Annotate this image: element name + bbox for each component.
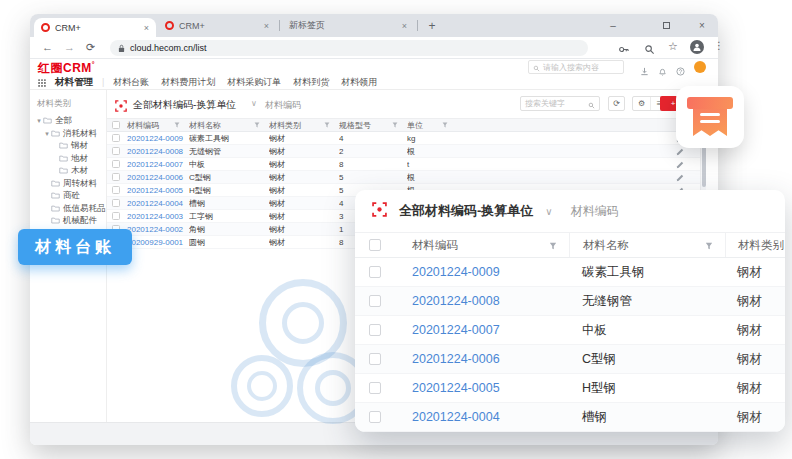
preview-table-row[interactable]: 20201224-0007中板钢材 (355, 316, 785, 345)
row-checkbox-cell (107, 212, 127, 220)
tree-node[interactable]: 商砼 (30, 190, 106, 203)
row-checkbox[interactable] (112, 147, 120, 155)
row-checkbox[interactable] (112, 199, 120, 207)
chevron-down-icon[interactable]: ∨ (545, 206, 552, 217)
tree-node[interactable]: 木材 (30, 165, 106, 178)
zoom-icon[interactable] (644, 41, 655, 59)
tab-close-icon[interactable]: × (264, 21, 269, 31)
preview-row-checkbox[interactable] (369, 411, 381, 423)
table-row[interactable]: 20201224-0007中板钢材8t (107, 158, 700, 171)
row-checkbox[interactable] (112, 160, 120, 168)
header-checkbox-cell (107, 121, 127, 129)
material-code-link[interactable]: 20201224-0007 (127, 160, 183, 169)
funnel-icon[interactable] (549, 236, 557, 254)
preview-table-row[interactable]: 20201224-0008无缝钢管钢材 (355, 287, 785, 316)
preview-row-checkbox[interactable] (369, 266, 381, 278)
funnel-icon[interactable] (324, 121, 330, 130)
preview-view-name[interactable]: 材料编码 (571, 203, 619, 220)
tab-close-icon[interactable]: × (402, 21, 407, 31)
select-all-checkbox[interactable] (112, 121, 120, 129)
list-search-input[interactable]: 搜索关键字 (520, 96, 600, 111)
material-code-link[interactable]: 20201224-0008 (412, 294, 500, 308)
material-code-link[interactable]: 20201224-0005 (412, 381, 500, 395)
tab-close-icon[interactable]: × (144, 23, 149, 33)
preview-row-checkbox[interactable] (369, 382, 381, 394)
table-row[interactable]: 20201224-0009碳素工具钢钢材4kg (107, 132, 700, 145)
preview-table-row[interactable]: 20201224-0005H型钢钢材 (355, 374, 785, 403)
row-checkbox[interactable] (112, 173, 120, 181)
preview-row-checkbox[interactable] (369, 295, 381, 307)
funnel-icon[interactable] (392, 121, 398, 130)
tree-node[interactable]: 地材 (30, 153, 106, 166)
refresh-button[interactable]: ⟳ (608, 96, 625, 111)
material-code-link[interactable]: 20201224-0006 (412, 352, 500, 366)
preview-table-row[interactable]: 20201224-0004槽钢钢材 (355, 403, 785, 432)
global-search-input[interactable]: 请输入搜索内容 (528, 60, 624, 74)
tree-node[interactable]: 周转材料 (30, 178, 106, 191)
window-maximize-button[interactable] (658, 17, 674, 33)
table-row[interactable]: 20201224-0006C型钢钢材5根 (107, 171, 700, 184)
view-name[interactable]: 材料编码 (265, 99, 301, 112)
key-icon[interactable] (618, 41, 629, 59)
funnel-icon[interactable] (254, 121, 260, 130)
tree-node[interactable]: ▾全部 (30, 115, 106, 128)
search-icon (588, 95, 595, 113)
tree-node[interactable]: ▾消耗材料 (30, 128, 106, 141)
profile-icon[interactable] (690, 40, 704, 54)
row-checkbox[interactable] (112, 134, 120, 142)
column-header-label: 材料类别 (269, 120, 301, 131)
grid-icon[interactable] (38, 73, 46, 91)
preview-select-all-checkbox[interactable] (369, 239, 381, 251)
tree-node[interactable]: 钢材 (30, 140, 106, 153)
browser-tab[interactable]: CRM+× (34, 18, 156, 37)
caret-down-icon[interactable]: ▾ (35, 117, 43, 125)
gear-icon[interactable]: ⚙ (633, 97, 650, 110)
material-code-link[interactable]: 20201224-0007 (412, 323, 500, 337)
funnel-icon[interactable] (442, 121, 448, 130)
material-code-link[interactable]: 20201224-0008 (127, 147, 183, 156)
menu-dots-icon[interactable]: ⋮ (714, 40, 724, 51)
row-checkbox[interactable] (112, 186, 120, 194)
material-code-link[interactable]: 20201224-0002 (127, 225, 183, 234)
funnel-icon[interactable] (705, 236, 713, 254)
tree-node[interactable]: 机械配件 (30, 215, 106, 228)
forward-icon[interactable]: → (64, 41, 75, 53)
window-minimize-button[interactable]: – (605, 17, 621, 33)
window-close-button[interactable]: × (694, 17, 710, 33)
nav-item[interactable]: 材料费用计划 (161, 76, 215, 89)
browser-tab[interactable]: CRM+× (158, 14, 276, 37)
tree-node-label: 消耗材料 (63, 128, 97, 140)
caret-down-icon[interactable]: ▾ (43, 130, 51, 138)
preview-table-row[interactable]: 20201224-0006C型钢钢材 (355, 345, 785, 374)
tree-node[interactable]: 低值易耗品 (30, 203, 106, 216)
nav-item[interactable]: 材料到货 (293, 76, 329, 89)
preview-row-checkbox[interactable] (369, 353, 381, 365)
nav-item[interactable]: 材料采购订单 (227, 76, 281, 89)
refresh-icon[interactable]: ⟳ (86, 41, 95, 54)
scan-icon (372, 202, 387, 221)
url-field[interactable]: cloud.hecom.cn/list (110, 40, 588, 56)
nav-item[interactable]: 材料台账 (113, 76, 149, 89)
table-row[interactable]: 20201224-0008无缝钢管钢材2根 (107, 145, 700, 158)
chevron-down-icon[interactable]: ∨ (251, 99, 257, 108)
material-code-link[interactable]: 20201224-0004 (127, 199, 183, 208)
funnel-icon[interactable] (174, 121, 180, 130)
material-type: 钢材 (737, 264, 762, 281)
back-icon[interactable]: ← (42, 41, 53, 53)
browser-tab[interactable]: 新标签页× (282, 14, 414, 37)
star-icon[interactable]: ☆ (668, 40, 678, 53)
table-cell: 20201224-0004 (127, 199, 189, 208)
row-checkbox[interactable] (112, 212, 120, 220)
new-tab-button[interactable]: + (424, 18, 440, 34)
material-code-link[interactable]: 20201224-0009 (127, 134, 183, 143)
preview-row-checkbox[interactable] (369, 324, 381, 336)
user-avatar[interactable] (694, 61, 706, 73)
nav-item[interactable]: 材料领用 (341, 76, 377, 89)
material-code-link[interactable]: 20201224-0006 (127, 173, 183, 182)
preview-table-row[interactable]: 20201224-0009碳素工具钢钢材 (355, 258, 785, 287)
material-code-link[interactable]: 20201224-0005 (127, 186, 183, 195)
material-code-link[interactable]: 20201224-0009 (412, 265, 500, 279)
material-code-link[interactable]: 20201224-0003 (127, 212, 183, 221)
material-code-link[interactable]: 20201224-0004 (412, 410, 500, 424)
material-code-link[interactable]: 20200929-0001 (127, 238, 183, 247)
